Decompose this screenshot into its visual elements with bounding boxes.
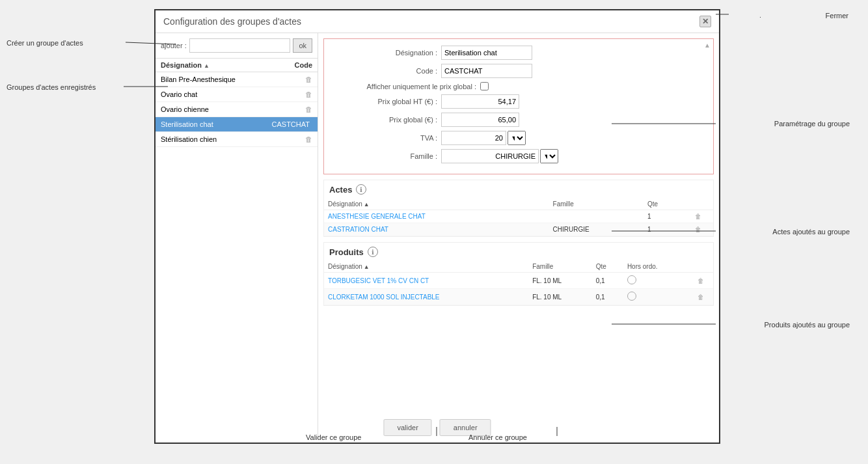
close-button[interactable]: ✕ — [699, 16, 711, 27]
actes-th-designation: Désignation ▲ — [324, 198, 549, 210]
sort-arrow-designation: ▲ — [204, 62, 210, 69]
list-item-name: Stérilisation chien — [161, 135, 305, 143]
tva-input[interactable] — [441, 131, 506, 145]
list-item-delete-icon[interactable]: 🗑 — [305, 75, 312, 83]
list-item[interactable]: Ovario chienne 🗑 — [156, 102, 318, 117]
acte-designation: CASTRATION CHAT — [324, 223, 549, 236]
list-header-code: Code — [295, 61, 313, 69]
annotation-parametrage: Paramétrage du groupe — [774, 120, 850, 128]
produits-th-famille: Famille — [528, 261, 592, 273]
list-header: Désignation ▲ Code — [156, 59, 318, 72]
list-item-selected[interactable]: Sterilisation chat CASTCHAT — [156, 117, 318, 132]
list-item-code: CASTCHAT — [272, 120, 310, 128]
designation-row: Désignation : — [331, 46, 707, 60]
list-item[interactable]: Ovario chat 🗑 — [156, 87, 318, 102]
list-item[interactable]: Stérilisation chien 🗑 — [156, 132, 318, 147]
prix-ht-label: Prix global HT (€) : — [331, 98, 441, 105]
produits-title: Produits — [329, 247, 364, 257]
actes-th-qte: Qte — [644, 198, 683, 210]
tva-label: TVA : — [331, 134, 441, 142]
right-panel: ▲ Désignation : Code : Afficher uniqueme… — [318, 33, 719, 439]
famille-select[interactable]: ▼ — [540, 149, 558, 163]
list-item-delete-icon[interactable]: 🗑 — [305, 135, 312, 143]
add-input[interactable] — [189, 38, 291, 53]
produit-hors-ordo — [623, 273, 688, 289]
produits-th-qte: Qte — [592, 261, 623, 273]
annotation-valider: Valider ce groupe — [306, 433, 361, 441]
prix-ht-row: Prix global HT (€) : — [331, 94, 707, 109]
hors-ordo-circle[interactable] — [627, 292, 636, 301]
acte-qte: 1 — [644, 223, 683, 236]
dialog-body: ajouter : ok Désignation ▲ Code Bilan Pr… — [156, 33, 719, 439]
add-row: ajouter : ok — [156, 33, 318, 59]
produit-qte: 0,1 — [592, 273, 623, 289]
table-row: CASTRATION CHAT CHIRURGIE 1 🗑 — [324, 223, 713, 236]
add-label: ajouter : — [161, 42, 187, 49]
list-item-delete-icon[interactable]: 🗑 — [305, 90, 312, 98]
produits-info-icon[interactable]: ℹ — [368, 247, 378, 257]
produit-delete-icon[interactable]: 🗑 — [688, 273, 713, 289]
annotation-actes: Actes ajoutés au groupe — [772, 228, 850, 236]
actes-title: Actes — [329, 185, 352, 195]
afficher-row: Afficher uniquement le prix global : — [331, 82, 707, 90]
annotation-produits: Produits ajoutés au groupe — [765, 321, 850, 329]
prix-ttc-row: Prix global (€) : — [331, 113, 707, 127]
acte-famille: CHIRURGIE — [549, 223, 644, 236]
list-item-name: Sterilisation chat — [161, 120, 272, 128]
annotation-annuler: Annuler ce groupe — [468, 433, 527, 441]
produits-table: Désignation ▲ Famille Qte Hors ordo. — [324, 261, 713, 305]
actes-table: Désignation ▲ Famille Qte ANESTHESIE GEN… — [324, 198, 713, 236]
produit-famille: FL. 10 ML — [528, 289, 592, 305]
actes-title-row: Actes ℹ — [324, 180, 713, 198]
table-row: TORBUGESIC VET 1% CV CN CT FL. 10 ML 0,1… — [324, 273, 713, 289]
tva-row: TVA : ▼ — [331, 131, 707, 145]
acte-designation: ANESTHESIE GENERALE CHAT — [324, 210, 549, 223]
prix-ht-input[interactable] — [441, 94, 519, 109]
produit-hors-ordo — [623, 289, 688, 305]
tva-input-group: ▼ — [441, 131, 526, 145]
list-header-designation[interactable]: Désignation ▲ — [161, 61, 292, 69]
group-list: Bilan Pre-Anesthesique 🗑 Ovario chat 🗑 O… — [156, 72, 318, 439]
produits-th-actions — [688, 261, 713, 273]
produits-section: Produits ℹ Désignation ▲ Famille — [323, 242, 714, 306]
list-item-delete-icon[interactable]: 🗑 — [305, 105, 312, 113]
code-row: Code : — [331, 64, 707, 78]
ok-button[interactable]: ok — [293, 38, 312, 53]
acte-famille — [549, 210, 644, 223]
main-dialog: Configuration des groupes d'actes ✕ ajou… — [154, 9, 720, 444]
scroll-up-icon[interactable]: ▲ — [704, 42, 711, 49]
afficher-checkbox[interactable] — [480, 82, 489, 90]
list-item-name: Ovario chat — [161, 90, 305, 98]
produit-qte: 0,1 — [592, 289, 623, 305]
list-item-name: Bilan Pre-Anesthesique — [161, 75, 305, 83]
produit-designation: TORBUGESIC VET 1% CV CN CT — [324, 273, 528, 289]
hors-ordo-circle[interactable] — [627, 275, 636, 284]
acte-delete-icon[interactable]: 🗑 — [683, 223, 713, 236]
produit-famille: FL. 10 ML — [528, 273, 592, 289]
prix-ttc-input[interactable] — [441, 113, 519, 127]
left-panel: ajouter : ok Désignation ▲ Code Bilan Pr… — [156, 33, 318, 439]
table-row: ANESTHESIE GENERALE CHAT 1 🗑 — [324, 210, 713, 223]
spacer — [318, 311, 719, 337]
tva-select[interactable]: ▼ — [508, 131, 526, 145]
actes-info-icon[interactable]: ℹ — [356, 184, 366, 195]
code-label: Code : — [331, 67, 441, 75]
famille-row: Famille : ▼ — [331, 149, 707, 163]
list-item-name: Ovario chienne — [161, 105, 305, 113]
annotation-groupes: Groupes d'actes enregistrés — [7, 83, 96, 91]
acte-qte: 1 — [644, 210, 683, 223]
code-input[interactable] — [441, 64, 532, 78]
prix-ttc-label: Prix global (€) : — [331, 116, 441, 124]
famille-input[interactable] — [441, 149, 539, 163]
afficher-label: Afficher uniquement le prix global : — [331, 83, 480, 90]
acte-delete-icon[interactable]: 🗑 — [683, 210, 713, 223]
dialog-title-bar: Configuration des groupes d'actes ✕ — [156, 10, 719, 33]
designation-label: Désignation : — [331, 49, 441, 57]
designation-input[interactable] — [441, 46, 532, 60]
annotation-creer: Créer un groupe d'actes — [7, 39, 83, 47]
produit-delete-icon[interactable]: 🗑 — [688, 289, 713, 305]
config-section: ▲ Désignation : Code : Afficher uniqueme… — [323, 38, 714, 174]
produit-designation: CLORKETAM 1000 SOL INJECTABLE — [324, 289, 528, 305]
list-item[interactable]: Bilan Pre-Anesthesique 🗑 — [156, 72, 318, 87]
valider-button[interactable]: valider — [383, 419, 431, 436]
